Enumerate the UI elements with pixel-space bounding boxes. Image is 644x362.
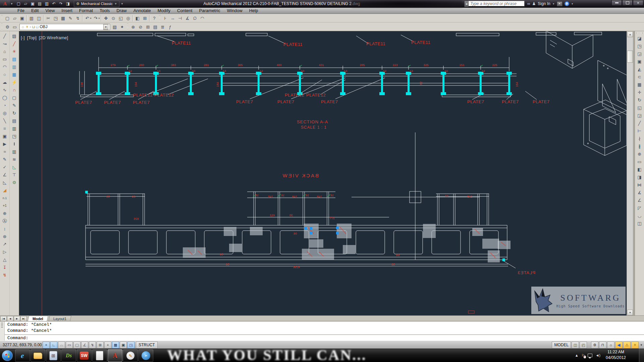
tab-nav-icon[interactable]: |◀	[0, 316, 7, 321]
layer-vp-icon[interactable]: ▫	[30, 25, 31, 29]
layer-dropdown[interactable]: ☼☀▫⊔□ OBJ ▼	[19, 24, 110, 30]
struct-button[interactable]: STRUCT	[136, 342, 158, 349]
menu-item[interactable]: Modify	[154, 8, 174, 13]
workspace-switcher[interactable]: ⚙ Mechanical Classic ▼	[74, 1, 119, 7]
menu-item[interactable]: Content	[174, 8, 196, 13]
tab-model[interactable]: Model	[28, 316, 48, 321]
toolbar-overflow-icon[interactable]: ▼	[121, 2, 123, 5]
zoom-realtime-icon[interactable]: ⊙	[110, 15, 117, 22]
copy-clip-icon[interactable]: ◳	[52, 15, 59, 22]
command-prompt[interactable]: Command:	[0, 335, 644, 341]
aligned-dim-icon[interactable]: ⊣	[176, 15, 184, 22]
frame-edit-icon[interactable]: ✎	[10, 102, 18, 109]
new-file-icon[interactable]: ▢	[4, 15, 11, 22]
polar-toggle[interactable]: ▭	[66, 342, 73, 349]
qat-undo-icon[interactable]: ↶	[51, 1, 57, 7]
break-icon[interactable]: ∤	[636, 135, 644, 142]
viewport-minimize-control[interactable]: [-]	[21, 35, 25, 40]
layout-quickview-icon[interactable]: ◫	[572, 342, 579, 349]
action-center-flag-icon[interactable]: ⚐	[582, 353, 585, 358]
zoom-previous-icon[interactable]: ◎	[124, 15, 132, 22]
performance-icon[interactable]: ◀	[615, 342, 623, 349]
springs-icon[interactable]: ≋	[10, 156, 18, 163]
block-insert-icon[interactable]: ▣	[1, 132, 9, 140]
menu-item[interactable]: Edit	[28, 8, 42, 13]
trim-icon[interactable]: ╱	[636, 119, 644, 127]
vertical-scrollbar[interactable]: ▲ ▼	[627, 31, 633, 315]
status-gear-icon[interactable]: ⚙	[591, 342, 598, 349]
lineweight-toggle[interactable]: +	[104, 342, 111, 349]
taskbar-writer[interactable]	[92, 349, 107, 362]
fits-icon[interactable]: ƒ	[166, 23, 174, 31]
layer-lock-icon[interactable]: ⊔	[32, 25, 35, 29]
divide-icon[interactable]: ⋈	[636, 181, 644, 189]
tab-layout1[interactable]: Layout1	[48, 316, 71, 321]
autocad-app-icon[interactable]: A	[0, 0, 10, 7]
warning-tray-icon[interactable]: ⚠	[623, 342, 631, 349]
rect-array-icon[interactable]: ◧	[636, 166, 644, 173]
zoom-window-icon[interactable]: ◱	[117, 15, 124, 22]
pedit-icon[interactable]: ▭	[636, 158, 644, 166]
solid-edit-icon[interactable]: ◫	[636, 220, 644, 227]
join-icon[interactable]: ⊕	[636, 150, 644, 158]
hatch-a-icon[interactable]: ▤	[10, 55, 18, 63]
erase-marker-icon[interactable]: ↯	[1, 271, 9, 279]
rectangle-icon[interactable]: ▭	[1, 55, 9, 63]
balloon-circle-icon[interactable]: ⊕	[1, 209, 9, 217]
scroll-up-icon[interactable]: ▲	[627, 32, 633, 37]
toolbar-grip[interactable]	[637, 32, 643, 34]
block-arrow-icon[interactable]: ▶	[1, 140, 9, 148]
stretch-icon[interactable]: ◲	[636, 112, 644, 119]
insert-marker-icon[interactable]: ↧	[1, 263, 9, 271]
mech-options-icon[interactable]: ⚙	[4, 23, 11, 31]
angle-icon[interactable]: ∠	[636, 196, 644, 204]
help-caret-icon[interactable]: ▼	[571, 3, 574, 5]
toolbar-lock-icon[interactable]: ⊓	[599, 342, 606, 349]
paste-icon[interactable]: ▦	[59, 15, 67, 22]
surface-icon[interactable]: ∠	[1, 171, 9, 179]
start-button[interactable]	[2, 350, 13, 361]
layer-caret-icon[interactable]: ▼	[103, 24, 108, 30]
dynucs-toggle[interactable]: ↯	[89, 342, 96, 349]
show-desktop-button[interactable]	[639, 349, 644, 362]
bulb-tray-icon[interactable]: ☀	[631, 342, 639, 349]
diameter-dim-icon[interactable]: ∅	[191, 15, 199, 22]
save-file-icon[interactable]: ▣	[18, 15, 26, 22]
properties-icon[interactable]: ◧	[134, 15, 141, 22]
signin-button[interactable]: Sign In	[538, 1, 550, 6]
magnet-icon[interactable]: ∩	[10, 86, 18, 94]
matchprop-icon[interactable]: ✎	[67, 15, 74, 22]
taskbar-paint[interactable]: ✎	[123, 349, 138, 362]
snap-toggle[interactable]: ⌖	[43, 342, 50, 349]
steel-shape-icon[interactable]: I	[10, 140, 18, 148]
qat-save-icon[interactable]: ▣	[30, 1, 36, 7]
tray-settings-icon[interactable]: ☼	[607, 342, 614, 349]
viewport-view-control[interactable]: [Top]	[27, 35, 37, 40]
qat-open-icon[interactable]: ▱	[22, 1, 29, 7]
layer-states-icon[interactable]: ▧	[111, 23, 118, 31]
toolbar-grip[interactable]	[1, 15, 3, 21]
qat-plot-icon[interactable]: ▥	[44, 1, 50, 7]
taskbar-ie[interactable]: e	[15, 349, 30, 362]
ortho-toggle[interactable]: ⌓	[58, 342, 65, 349]
frame-icon[interactable]: ▢	[10, 94, 18, 102]
qat-new-icon[interactable]: ▢	[15, 1, 22, 7]
zigzag-icon[interactable]: ≈	[1, 148, 9, 156]
model-paper-toggle[interactable]: MODEL	[552, 342, 571, 349]
layer-color-icon[interactable]: □	[36, 25, 38, 29]
circle-icon[interactable]: ○	[1, 71, 9, 78]
arrow-sym-icon[interactable]: ▷	[1, 248, 9, 256]
view-edit-icon[interactable]: ⊘	[137, 23, 144, 31]
network-icon[interactable]	[588, 354, 592, 357]
menu-item[interactable]: File	[14, 8, 28, 13]
menu-item[interactable]: Tools	[96, 8, 113, 13]
menu-item[interactable]: Help	[246, 8, 262, 13]
named-views-icon[interactable]: ⊗	[129, 23, 137, 31]
menu-item[interactable]: View	[42, 8, 58, 13]
help-icon[interactable]: ?	[151, 15, 158, 22]
tab-nav-icon[interactable]: ◀	[7, 316, 13, 321]
rotate-icon[interactable]: ↻	[636, 96, 644, 104]
move-icon[interactable]: ✛	[636, 88, 644, 96]
taskbar-calculator[interactable]: ⊞	[46, 349, 61, 362]
tab-nav-icon[interactable]: ▶	[14, 316, 20, 321]
